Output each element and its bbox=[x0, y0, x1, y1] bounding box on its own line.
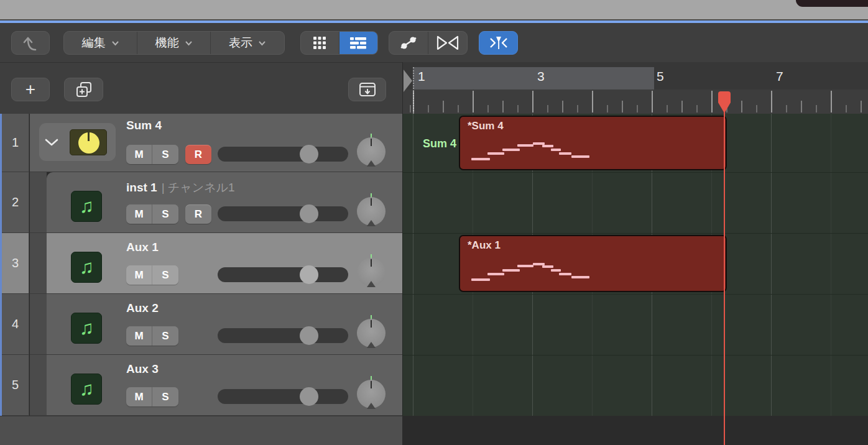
track-name[interactable]: Aux 2 bbox=[126, 301, 159, 315]
volume-slider-thumb[interactable] bbox=[300, 204, 318, 223]
track-header-aux3[interactable]: ♫ Aux 3 M S bbox=[47, 355, 402, 416]
flex-icon bbox=[436, 35, 459, 51]
mute-button[interactable]: M bbox=[126, 145, 152, 164]
region-sum4[interactable]: *Sum 4 bbox=[459, 116, 727, 170]
pan-knob[interactable] bbox=[357, 258, 386, 287]
solo-button[interactable]: S bbox=[152, 204, 178, 224]
view-mode-toggle bbox=[300, 31, 378, 55]
lane-separator bbox=[403, 172, 868, 173]
midi-note bbox=[571, 155, 589, 158]
track-header-inst1[interactable]: ♫ inst 1| チャンネル1 M S R bbox=[47, 172, 402, 233]
track-header-row: 2 ♫ inst 1| チャンネル1 M S R bbox=[0, 172, 402, 233]
channel-suffix: | チャンネル1 bbox=[162, 181, 235, 194]
bar-label: 3 bbox=[537, 69, 545, 84]
track-name[interactable]: Sum 4 bbox=[126, 119, 162, 132]
titlebar bbox=[0, 0, 868, 19]
track-header-sum4[interactable]: Sum 4 M S R bbox=[30, 114, 402, 172]
mute-button[interactable]: M bbox=[126, 326, 152, 346]
track-number[interactable]: 3 bbox=[2, 233, 29, 294]
volume-slider[interactable] bbox=[218, 147, 348, 162]
add-track-button[interactable]: + bbox=[11, 78, 50, 101]
track-lanes-area: Sum 4 *Sum 4 *Aux 1 bbox=[402, 114, 868, 416]
midi-note bbox=[559, 152, 571, 155]
track-name[interactable]: Aux 3 bbox=[126, 362, 159, 376]
menu-view[interactable]: 表示 bbox=[211, 32, 284, 54]
summing-stack-icon[interactable] bbox=[70, 129, 107, 155]
mute-solo-group: M S bbox=[126, 145, 178, 164]
menu-functions-label: 機能 bbox=[155, 35, 179, 51]
disclosure-chevron[interactable] bbox=[44, 138, 59, 147]
grid-view-button[interactable] bbox=[301, 32, 339, 54]
mute-button[interactable]: M bbox=[126, 387, 152, 406]
volume-slider[interactable] bbox=[218, 267, 348, 282]
track-number[interactable]: 4 bbox=[2, 294, 29, 355]
volume-slider-thumb[interactable] bbox=[300, 326, 318, 345]
ruler-ticks[interactable] bbox=[403, 89, 868, 114]
yellow-knob-icon bbox=[78, 132, 99, 154]
pan-knob[interactable] bbox=[357, 137, 386, 166]
automation-button[interactable] bbox=[389, 32, 428, 54]
region-aux1[interactable]: *Aux 1 bbox=[459, 235, 727, 292]
tracks-view-button[interactable] bbox=[339, 32, 378, 54]
track-number[interactable]: 2 bbox=[2, 172, 29, 233]
track-number[interactable]: 5 bbox=[2, 355, 29, 416]
midi-note bbox=[502, 149, 520, 151]
track-name[interactable]: Aux 1 bbox=[126, 241, 159, 254]
solo-button[interactable]: S bbox=[152, 387, 178, 406]
solo-button[interactable]: S bbox=[152, 265, 178, 285]
volume-slider[interactable] bbox=[218, 328, 348, 343]
midi-note bbox=[487, 152, 504, 155]
chevron-down-icon bbox=[258, 40, 266, 46]
pan-knob[interactable] bbox=[357, 319, 386, 347]
volume-slider-thumb[interactable] bbox=[300, 265, 318, 284]
pan-knob[interactable] bbox=[357, 197, 386, 226]
stack-disclosure-container bbox=[39, 123, 116, 161]
midi-note bbox=[471, 158, 490, 160]
cycle-band[interactable] bbox=[413, 67, 654, 89]
track-number[interactable]: 1 bbox=[2, 114, 29, 172]
menu-edit[interactable]: 編集 bbox=[64, 32, 137, 54]
bar-label: 5 bbox=[657, 69, 664, 84]
playhead-marker-icon bbox=[718, 91, 731, 114]
track-name[interactable]: inst 1| チャンネル1 bbox=[126, 180, 235, 196]
record-enable-button[interactable]: R bbox=[185, 204, 211, 224]
solo-button[interactable]: S bbox=[152, 326, 178, 346]
pan-knob[interactable] bbox=[357, 380, 386, 408]
midi-note bbox=[517, 144, 533, 147]
midi-note bbox=[487, 273, 504, 275]
automation-flex-toggle bbox=[389, 31, 468, 55]
track-header-aux1[interactable]: ♫ Aux 1 M S bbox=[47, 233, 402, 294]
volume-slider[interactable] bbox=[218, 389, 348, 404]
volume-slider-thumb[interactable] bbox=[300, 387, 318, 406]
solo-button[interactable]: S bbox=[152, 145, 178, 164]
menu-functions[interactable]: 機能 bbox=[137, 32, 211, 54]
chevron-down-icon bbox=[44, 138, 59, 147]
back-button[interactable] bbox=[11, 31, 50, 55]
mute-button[interactable]: M bbox=[126, 204, 152, 224]
midi-note bbox=[571, 276, 589, 278]
duplicate-track-button[interactable] bbox=[64, 78, 103, 101]
track-header-aux2[interactable]: ♫ Aux 2 M S bbox=[47, 294, 402, 355]
playhead-line[interactable] bbox=[724, 91, 725, 445]
mute-button[interactable]: M bbox=[126, 265, 152, 285]
playhead-handle[interactable] bbox=[718, 91, 731, 114]
catch-playhead-button[interactable] bbox=[479, 31, 518, 55]
track-area-toolbar: 編集 機能 表示 bbox=[0, 23, 868, 62]
menu-view-label: 表示 bbox=[229, 35, 252, 51]
bar-ruler[interactable]: 1 3 5 7 bbox=[402, 62, 868, 114]
automation-icon bbox=[399, 35, 418, 51]
stack-indent-gutter bbox=[30, 355, 47, 416]
stack-indent-gutter bbox=[30, 233, 47, 294]
lane-separator bbox=[403, 355, 868, 356]
volume-slider[interactable] bbox=[218, 206, 348, 221]
mute-solo-group: M S bbox=[126, 265, 178, 285]
flex-button[interactable] bbox=[428, 32, 468, 54]
below-tracks-timeline bbox=[402, 416, 868, 445]
volume-slider-thumb[interactable] bbox=[300, 145, 318, 163]
track-header-row: 3 ♫ Aux 1 M S bbox=[0, 233, 402, 294]
record-enable-button[interactable]: R bbox=[185, 145, 211, 164]
track-header-config-button[interactable] bbox=[348, 78, 386, 101]
midi-note bbox=[517, 265, 533, 267]
grid-icon bbox=[313, 37, 326, 49]
midi-note bbox=[502, 269, 520, 272]
